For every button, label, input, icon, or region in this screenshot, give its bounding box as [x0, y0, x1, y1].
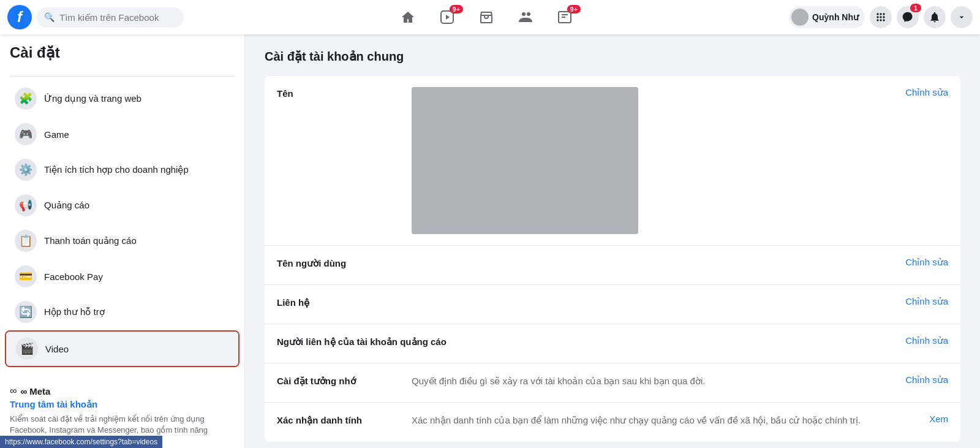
identity-value: Xác nhận danh tính của bạn để làm những …: [412, 414, 929, 427]
meta-text: ∞ Meta: [20, 386, 50, 397]
ad-payments-icon: 📋: [15, 230, 37, 252]
sidebar-item-facebook-pay[interactable]: 💳 Facebook Pay: [5, 259, 239, 294]
ad-contact-label: Người liên hệ của tài khoản quảng cáo: [277, 335, 447, 347]
page-layout: Cài đặt 🧩 Ứng dụng và trang web 🎮 Game ⚙…: [0, 34, 980, 448]
settings-row-identity: Xác nhận danh tính Xác nhận danh tính củ…: [265, 403, 960, 442]
svg-point-6: [876, 13, 878, 15]
header-right: Quỳnh Như 1: [789, 6, 973, 28]
facebook-pay-label: Facebook Pay: [44, 271, 103, 282]
facebook-pay-icon: 💳: [15, 265, 37, 287]
sidebar-item-support-inbox[interactable]: 🔄 Hộp thư hỗ trợ: [5, 295, 239, 329]
ad-contact-edit-button[interactable]: Chỉnh sửa: [905, 335, 948, 346]
grid-icon: [875, 11, 887, 23]
messenger-button[interactable]: 1: [897, 6, 919, 28]
sidebar-item-game[interactable]: 🎮 Game: [5, 117, 239, 151]
nav-groups[interactable]: [507, 2, 544, 32]
svg-point-8: [883, 13, 884, 15]
sidebar-item-business[interactable]: ⚙️ Tiện ích tích hợp cho doanh nghiệp: [5, 153, 239, 187]
svg-marker-1: [446, 15, 450, 20]
svg-point-4: [527, 12, 530, 16]
pages-badge: 9+: [567, 5, 581, 13]
svg-point-14: [883, 19, 884, 21]
sidebar-item-ad-payments[interactable]: 📋 Thanh toán quảng cáo: [5, 224, 239, 258]
account-dropdown-button[interactable]: [951, 6, 973, 28]
grid-menu-button[interactable]: [870, 6, 892, 28]
game-icon: 🎮: [15, 123, 37, 145]
support-inbox-label: Hộp thư hỗ trợ: [44, 306, 105, 317]
main-content: Cài đặt tài khoản chung Tên Chỉnh sửa Tê…: [245, 34, 980, 448]
url-bar: https://www.facebook.com/settings?tab=vi…: [0, 436, 162, 448]
header-center: 9+ 9+: [184, 2, 789, 32]
svg-point-12: [876, 19, 878, 21]
sidebar-item-ads[interactable]: 📢 Quảng cáo: [5, 188, 239, 222]
settings-row-name: Tên Chỉnh sửa: [265, 76, 960, 246]
sidebar-title: Cài đặt: [0, 44, 244, 71]
business-label: Tiện ích tích hợp cho doanh nghiệp: [44, 164, 189, 175]
video-icon: 🎬: [16, 338, 38, 360]
fb-logo-letter: f: [17, 9, 22, 26]
svg-point-7: [880, 13, 881, 15]
chevron-down-icon: [957, 12, 967, 22]
messenger-badge: 1: [910, 4, 921, 12]
svg-point-11: [883, 16, 884, 18]
identity-label: Xác nhận danh tính: [277, 414, 412, 426]
meta-infinity-icon: ∞: [10, 385, 17, 397]
username-label: Tên người dùng: [277, 257, 412, 269]
settings-card: Tên Chỉnh sửa Tên người dùng Chỉnh sửa L…: [265, 76, 960, 442]
ad-payments-label: Thanh toán quảng cáo: [44, 235, 137, 246]
user-avatar: [791, 9, 809, 26]
account-center-desc: Kiểm soát cài đặt về trải nghiệm kết nối…: [10, 414, 235, 436]
search-input[interactable]: [59, 12, 176, 23]
search-box[interactable]: 🔍: [37, 7, 184, 28]
nav-marketplace[interactable]: [468, 2, 505, 32]
settings-row-memorial: Cài đặt tưởng nhớ Quyết định điều gì sẽ …: [265, 363, 960, 403]
meta-section: ∞ ∞ Meta Trung tâm tài khoản Kiểm soát c…: [0, 378, 244, 443]
account-center-link[interactable]: Trung tâm tài khoản: [10, 399, 235, 410]
user-profile-button[interactable]: Quỳnh Như: [789, 6, 865, 28]
memorial-edit-button[interactable]: Chỉnh sửa: [905, 374, 948, 385]
support-inbox-icon: 🔄: [15, 301, 37, 323]
identity-view-button[interactable]: Xem: [929, 414, 948, 424]
contact-label: Liên hệ: [277, 296, 412, 308]
svg-point-10: [880, 16, 881, 18]
sidebar-divider-top: [10, 76, 235, 77]
sidebar-item-video[interactable]: 🎬 Video: [6, 332, 238, 366]
username-edit-button[interactable]: Chỉnh sửa: [905, 257, 948, 268]
business-icon: ⚙️: [15, 159, 37, 181]
svg-point-13: [880, 19, 881, 21]
game-label: Game: [44, 129, 69, 140]
svg-point-9: [876, 16, 878, 18]
memorial-label: Cài đặt tưởng nhớ: [277, 374, 412, 387]
apps-web-icon: 🧩: [15, 88, 37, 110]
page-title: Cài đặt tài khoản chung: [265, 49, 960, 64]
messenger-icon: [902, 11, 914, 23]
header: f 🔍 9+ 9+ Quỳnh N: [0, 0, 980, 34]
contact-edit-button[interactable]: Chỉnh sửa: [905, 296, 948, 307]
ads-label: Quảng cáo: [44, 200, 89, 211]
settings-row-ad-contact: Người liên hệ của tài khoản quảng cáo Ch…: [265, 324, 960, 363]
ads-icon: 📢: [15, 194, 37, 216]
name-label: Tên: [277, 87, 412, 99]
search-icon: 🔍: [44, 12, 55, 22]
nav-pages[interactable]: 9+: [546, 2, 583, 32]
sidebar-item-apps-web[interactable]: 🧩 Ứng dụng và trang web: [5, 82, 239, 116]
name-blurred-value: [412, 87, 638, 234]
nav-reels[interactable]: 9+: [429, 2, 466, 32]
facebook-logo[interactable]: f: [7, 5, 32, 29]
settings-row-username: Tên người dùng Chỉnh sửa: [265, 246, 960, 285]
nav-home[interactable]: [390, 2, 426, 32]
settings-row-contact: Liên hệ Chỉnh sửa: [265, 285, 960, 324]
user-name: Quỳnh Như: [812, 12, 859, 22]
groups-icon: [518, 10, 533, 25]
home-icon: [401, 10, 415, 25]
apps-web-label: Ứng dụng và trang web: [44, 93, 141, 104]
reels-badge: 9+: [450, 5, 464, 13]
bell-icon: [929, 11, 941, 23]
svg-point-3: [522, 12, 526, 16]
memorial-value: Quyết định điều gì sẽ xảy ra với tài kho…: [412, 374, 905, 387]
video-label: Video: [45, 344, 69, 354]
sidebar: Cài đặt 🧩 Ứng dụng và trang web 🎮 Game ⚙…: [0, 34, 245, 448]
name-edit-button[interactable]: Chỉnh sửa: [905, 87, 948, 98]
notifications-button[interactable]: [924, 6, 946, 28]
sidebar-item-video-container: 🎬 Video: [5, 330, 239, 367]
